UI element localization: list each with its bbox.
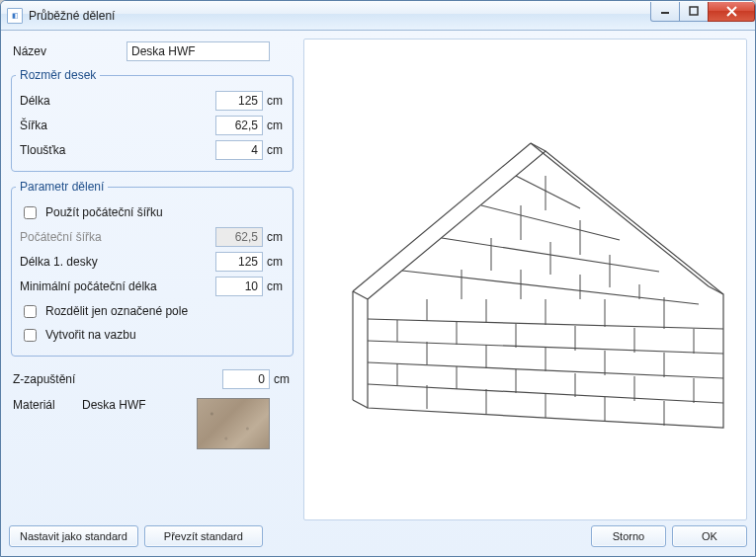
first-board-length-label: Délka 1. desky xyxy=(20,255,215,269)
length-label: Délka xyxy=(20,94,215,108)
min-initial-length-unit: cm xyxy=(263,279,285,293)
thickness-input[interactable] xyxy=(215,140,263,160)
take-standard-button[interactable]: Převzít standard xyxy=(144,525,263,547)
svg-line-6 xyxy=(353,400,368,408)
board-size-legend: Rozměr desek xyxy=(16,68,100,82)
left-panel: Název Rozměr desek Délka cm Šířka cm xyxy=(9,39,295,520)
maximize-button[interactable] xyxy=(679,2,709,22)
name-label: Název xyxy=(13,44,126,58)
length-input[interactable] xyxy=(215,91,263,111)
initial-width-label: Počáteční šířka xyxy=(20,230,215,244)
window-controls xyxy=(651,2,755,22)
division-params-group: Parametr dělení Použít počáteční šířku P… xyxy=(11,180,294,357)
thickness-label: Tloušťka xyxy=(20,143,215,157)
svg-line-5 xyxy=(353,291,368,299)
first-board-length-input[interactable] xyxy=(215,252,263,272)
min-initial-length-input[interactable] xyxy=(215,277,263,296)
button-bar: Nastavit jako standard Převzít standard … xyxy=(9,520,747,548)
name-input[interactable] xyxy=(126,41,270,61)
thickness-unit: cm xyxy=(263,143,285,157)
preview-svg xyxy=(313,72,738,487)
first-board-length-unit: cm xyxy=(263,255,285,269)
material-label: Materiál xyxy=(13,398,82,412)
close-button[interactable] xyxy=(708,2,755,22)
cancel-button[interactable]: Storno xyxy=(591,525,666,547)
initial-width-input xyxy=(215,227,263,247)
create-bond-label: Vytvořit na vazbu xyxy=(45,328,136,342)
width-label: Šířka xyxy=(20,119,215,132)
split-marked-only-checkbox[interactable] xyxy=(24,305,37,318)
app-icon: ◧ xyxy=(7,8,23,24)
board-size-group: Rozměr desek Délka cm Šířka cm Tloušťka xyxy=(11,68,294,172)
preview-3d-viewport[interactable] xyxy=(303,39,747,520)
titlebar[interactable]: ◧ Průběžné dělení xyxy=(1,1,755,31)
z-recess-label: Z-zapuštění xyxy=(13,372,222,386)
division-legend: Parametr dělení xyxy=(16,180,108,194)
z-recess-input[interactable] xyxy=(222,369,270,389)
window-title: Průběžné dělení xyxy=(29,9,651,23)
use-initial-width-label: Použít počáteční šířku xyxy=(45,205,163,219)
set-standard-button[interactable]: Nastavit jako standard xyxy=(9,525,138,547)
initial-width-unit: cm xyxy=(263,230,285,244)
ok-button[interactable]: OK xyxy=(672,525,747,547)
split-marked-only-label: Rozdělit jen označené pole xyxy=(45,304,188,318)
material-swatch[interactable] xyxy=(197,398,270,449)
material-value: Deska HWF xyxy=(82,398,197,412)
create-bond-checkbox[interactable] xyxy=(24,329,37,342)
minimize-button[interactable] xyxy=(650,2,680,22)
client-area: Název Rozměr desek Délka cm Šířka cm xyxy=(1,31,755,556)
use-initial-width-checkbox[interactable] xyxy=(24,206,37,219)
min-initial-length-label: Minimální počáteční délka xyxy=(20,279,215,293)
width-unit: cm xyxy=(263,119,285,132)
z-recess-unit: cm xyxy=(270,372,292,386)
svg-rect-1 xyxy=(690,7,698,15)
width-input[interactable] xyxy=(215,116,263,135)
dialog-window: ◧ Průběžné dělení Název Roz xyxy=(0,0,756,557)
length-unit: cm xyxy=(263,94,285,108)
